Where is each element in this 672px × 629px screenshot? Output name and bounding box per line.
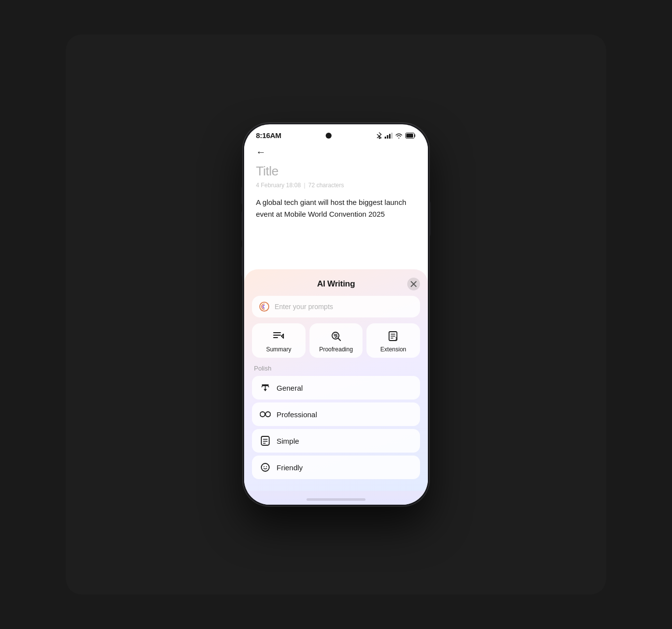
ai-writing-panel: AI Writing — [244, 269, 428, 491]
professional-icon — [260, 409, 271, 420]
svg-point-30 — [264, 466, 265, 467]
general-polish-button[interactable]: General — [252, 376, 420, 400]
note-area: ← Title 4 February 18:08 | 72 characters… — [244, 143, 428, 269]
phone-bottom — [244, 491, 428, 505]
friendly-icon — [260, 462, 271, 473]
phone-frame: 8:16AM — [243, 123, 429, 506]
professional-polish-button[interactable]: Professional — [252, 402, 420, 426]
summary-icon — [272, 329, 285, 343]
status-time: 8:16AM — [256, 131, 281, 140]
proofreading-label: Proofreading — [319, 346, 353, 353]
extension-icon — [387, 329, 400, 343]
note-content: A global tech giant will host the bigges… — [256, 197, 416, 220]
home-indicator — [307, 498, 365, 501]
proofreading-button[interactable]: Proofreading — [309, 323, 363, 358]
note-date: 4 February 18:08 — [256, 182, 301, 189]
summary-label: Summary — [266, 346, 291, 353]
content-area: ← Title 4 February 18:08 | 72 characters… — [244, 143, 428, 505]
summary-button[interactable]: Summary — [252, 323, 306, 358]
svg-rect-5 — [406, 134, 413, 138]
polish-list: General Professional — [252, 376, 420, 479]
ai-close-button[interactable] — [407, 278, 420, 290]
professional-label: Professional — [277, 410, 317, 419]
svg-rect-0 — [385, 137, 386, 139]
quick-actions: Summary — [252, 323, 420, 358]
friendly-label: Friendly — [277, 463, 303, 472]
general-label: General — [277, 384, 303, 392]
note-meta: 4 February 18:08 | 72 characters — [256, 182, 416, 189]
outer-container: 8:16AM — [66, 34, 606, 595]
battery-icon — [405, 133, 416, 139]
wifi-icon — [395, 133, 403, 139]
svg-point-29 — [261, 463, 269, 471]
front-camera — [326, 133, 332, 139]
friendly-polish-button[interactable]: Friendly — [252, 456, 420, 479]
extension-button[interactable]: Extension — [366, 323, 420, 358]
simple-polish-button[interactable]: Simple — [252, 429, 420, 453]
close-icon — [411, 281, 417, 287]
svg-line-16 — [338, 339, 341, 341]
polish-section-label: Polish — [252, 365, 420, 372]
phone-screen: 8:16AM — [244, 124, 428, 505]
svg-rect-25 — [261, 436, 269, 445]
svg-rect-2 — [389, 134, 391, 139]
phone-wrapper: 8:16AM — [243, 123, 429, 506]
extension-label: Extension — [380, 346, 406, 353]
note-title: Title — [256, 164, 416, 179]
general-icon — [260, 382, 271, 393]
ai-search-bar[interactable]: Enter your prompts — [252, 296, 420, 317]
signal-icon — [385, 133, 392, 139]
ai-panel-header: AI Writing — [252, 279, 420, 289]
status-bar: 8:16AM — [244, 124, 428, 143]
back-button[interactable]: ← — [256, 143, 416, 164]
svg-rect-1 — [387, 135, 389, 139]
simple-icon — [260, 435, 271, 446]
ai-search-placeholder: Enter your prompts — [275, 303, 413, 311]
ai-logo-icon — [259, 301, 270, 312]
note-chars: 72 characters — [308, 182, 344, 189]
proofreading-icon — [329, 329, 343, 343]
svg-point-31 — [266, 466, 267, 467]
svg-point-23 — [260, 412, 265, 417]
svg-point-8 — [260, 302, 269, 311]
simple-label: Simple — [277, 437, 299, 445]
svg-rect-3 — [392, 133, 393, 139]
ai-panel-title: AI Writing — [317, 279, 355, 289]
svg-point-24 — [266, 412, 271, 417]
bluetooth-icon — [376, 132, 382, 139]
status-icons — [376, 132, 416, 139]
